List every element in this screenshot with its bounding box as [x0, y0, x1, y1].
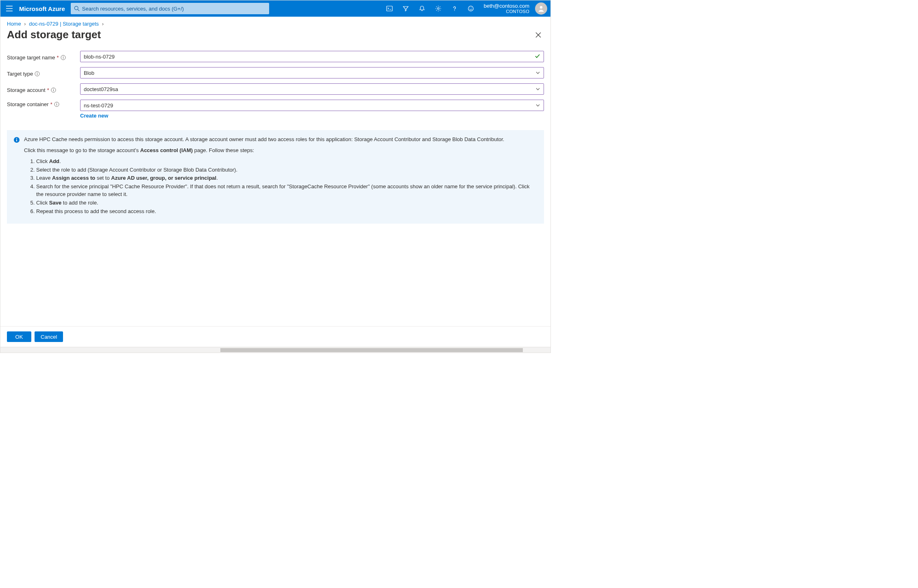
input-storage-target-name[interactable] [80, 51, 544, 62]
info-goto: Click this message to go to the storage … [24, 147, 537, 155]
chevron-down-icon [535, 87, 540, 91]
svg-point-0 [74, 6, 78, 10]
breadcrumb-home[interactable]: Home [7, 21, 21, 27]
svg-point-3 [437, 8, 439, 9]
ok-button[interactable]: OK [7, 331, 31, 342]
label-storage-target-name: Storage target name [7, 54, 55, 61]
svg-rect-2 [387, 6, 392, 11]
info-step-5: Click Save to add the role. [36, 199, 537, 207]
svg-point-6 [471, 8, 472, 9]
scrollbar-thumb[interactable] [220, 348, 523, 352]
valid-check-icon [535, 53, 540, 60]
page-title: Add storage target [7, 28, 101, 41]
global-search[interactable] [71, 3, 269, 14]
chevron-right-icon: › [100, 21, 105, 27]
cloud-shell-icon[interactable] [381, 0, 398, 17]
close-icon[interactable] [533, 29, 544, 42]
info-step-2: Select the role to add (Storage Account … [36, 166, 537, 174]
user-tenant: CONTOSO [484, 9, 529, 14]
info-step-4: Search for the service principal "HPC Ca… [36, 183, 537, 198]
dropdown-target-type-value: Blob [84, 70, 94, 76]
row-storage-account: Storage account * doctest0729sa [7, 83, 544, 95]
feedback-smiley-icon[interactable] [463, 0, 479, 17]
svg-point-21 [16, 138, 17, 139]
row-storage-target-name: Storage target name * [7, 51, 544, 62]
svg-rect-16 [53, 89, 54, 91]
dropdown-storage-container-value: ns-test-0729 [84, 102, 113, 109]
horizontal-scrollbar[interactable] [0, 347, 550, 353]
chevron-right-icon: › [22, 21, 27, 27]
required-asterisk: * [57, 54, 59, 61]
svg-point-9 [63, 56, 63, 56]
svg-point-12 [37, 72, 37, 72]
svg-point-18 [56, 103, 57, 103]
help-icon[interactable] [446, 0, 463, 17]
info-circle-icon [13, 137, 20, 216]
info-step-1: Click Add. [36, 158, 537, 166]
info-lead: Azure HPC Cache needs permission to acce… [24, 136, 537, 144]
info-icon[interactable] [51, 87, 56, 93]
breadcrumb: Home › doc-ns-0729 | Storage targets › [0, 17, 550, 28]
search-input[interactable] [82, 6, 266, 12]
required-asterisk: * [47, 87, 49, 93]
user-email: beth@contoso.com [484, 3, 529, 9]
topbar-icons [381, 0, 479, 17]
search-icon [74, 6, 80, 11]
dropdown-storage-container[interactable]: ns-test-0729 [80, 100, 544, 111]
svg-point-15 [53, 88, 54, 89]
required-asterisk: * [50, 101, 52, 107]
link-create-new-container[interactable]: Create new [80, 113, 108, 119]
breadcrumb-path[interactable]: doc-ns-0729 | Storage targets [29, 21, 99, 27]
form-content: Storage target name * Target type Blob [0, 51, 550, 326]
dropdown-storage-account[interactable]: doctest0729sa [80, 83, 544, 95]
label-target-type: Target type [7, 71, 33, 77]
label-storage-container: Storage container [7, 101, 49, 107]
input-storage-target-name-field[interactable] [84, 54, 540, 60]
svg-point-4 [468, 6, 473, 11]
row-target-type: Target type Blob [7, 67, 544, 78]
info-message-body: Azure HPC Cache needs permission to acce… [24, 136, 537, 216]
info-step-6: Repeat this process to add the second ac… [36, 208, 537, 216]
title-row: Add storage target [0, 28, 550, 51]
hamburger-menu-icon[interactable] [0, 0, 18, 17]
top-bar: Microsoft Azure beth@contoso.com CONTOSO [0, 0, 550, 17]
info-message-box[interactable]: Azure HPC Cache needs permission to acce… [7, 130, 544, 224]
svg-point-7 [540, 6, 542, 9]
row-storage-container: Storage container * ns-test-0729 Create … [7, 100, 544, 119]
svg-rect-19 [57, 104, 57, 106]
settings-gear-icon[interactable] [430, 0, 446, 17]
info-step-3: Leave Assign access to set to Azure AD u… [36, 174, 537, 182]
user-account-block[interactable]: beth@contoso.com CONTOSO [479, 3, 532, 15]
info-icon[interactable] [35, 71, 40, 76]
cancel-button[interactable]: Cancel [35, 331, 63, 342]
dropdown-target-type[interactable]: Blob [80, 67, 544, 78]
svg-rect-13 [37, 73, 37, 75]
chevron-down-icon [535, 103, 540, 108]
svg-point-5 [470, 8, 470, 9]
info-icon[interactable] [61, 55, 66, 60]
label-storage-account: Storage account [7, 87, 46, 93]
svg-line-1 [78, 9, 79, 11]
notifications-icon[interactable] [414, 0, 430, 17]
brand-label[interactable]: Microsoft Azure [18, 5, 71, 12]
dropdown-storage-account-value: doctest0729sa [84, 86, 118, 92]
svg-rect-22 [16, 139, 17, 142]
avatar-icon[interactable] [535, 2, 547, 15]
footer-bar: OK Cancel [0, 326, 550, 347]
chevron-down-icon [535, 70, 540, 75]
directory-filter-icon[interactable] [398, 0, 414, 17]
info-icon[interactable] [54, 102, 59, 107]
svg-rect-10 [63, 57, 63, 59]
info-steps-list: Click Add. Select the role to add (Stora… [32, 158, 537, 216]
